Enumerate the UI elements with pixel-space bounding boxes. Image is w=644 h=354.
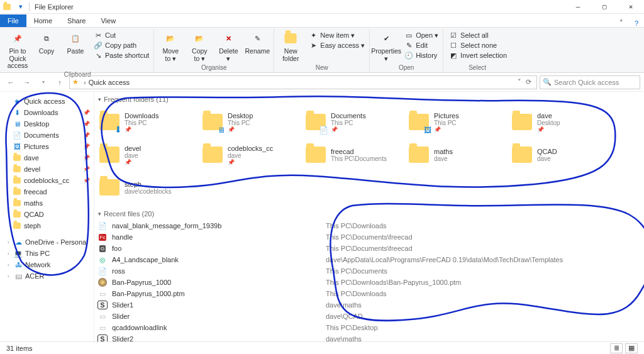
ribbon-collapse-button[interactable]: ˄	[614, 19, 629, 27]
folder-location: Desktop	[537, 119, 560, 126]
recent-file-row[interactable]: G foo This PC\Documents\freecad	[97, 243, 641, 254]
recent-file-row[interactable]: ▭ Ban-Papyrus_1000.ptm This PC\Downloads	[97, 288, 641, 299]
copy-to-button[interactable]: 📂Copy to ▾	[185, 29, 214, 64]
folder-card-pictures[interactable]: 🖼 Pictures This PC 📌	[406, 109, 507, 135]
delete-button[interactable]: ✕Delete ▾	[214, 29, 243, 64]
file-name: A4_Landscape_blank	[112, 256, 326, 263]
open-button[interactable]: ▭Open ▾	[402, 30, 441, 40]
sidebar-item-downloads[interactable]: ⬇Downloads📌	[1, 107, 92, 118]
folder-card-steph[interactable]: steph dave\codeblocks	[97, 175, 197, 200]
folder-icon	[13, 221, 21, 230]
edit-button[interactable]: ✎Edit	[402, 40, 441, 50]
icons-view-button[interactable]: ▦	[625, 343, 638, 353]
folder-card-downloads[interactable]: ⬇ Downloads This PC 📌	[97, 109, 197, 135]
file-tab[interactable]: File	[0, 14, 26, 27]
address-dropdown-button[interactable]: ˅	[518, 78, 521, 86]
recent-files-list: 📄 naval_blank_message_form_1939b This PC…	[97, 220, 641, 341]
sidebar-item-quick-access[interactable]: ★Quick access	[1, 96, 92, 107]
sidebar-item-this-pc[interactable]: ›💻This PC	[1, 248, 92, 259]
paste-button[interactable]: 📋 Paste	[61, 29, 90, 57]
copyto-icon: 📂	[191, 30, 208, 47]
selectall-icon: ☑	[449, 31, 458, 40]
sidebar-item-freecad[interactable]: freecad	[1, 186, 92, 197]
folder-card-dave[interactable]: dave Desktop 📌	[509, 109, 610, 135]
recent-file-row[interactable]: ◎ A4_Landscape_blank dave\AppData\Local\…	[97, 254, 641, 265]
recent-file-row[interactable]: 📄 naval_blank_message_form_1939b This PC…	[97, 220, 641, 231]
expand-icon[interactable]: ›	[8, 274, 13, 279]
back-button[interactable]: ←	[4, 75, 18, 89]
frequent-folders-header[interactable]: ▾ Frequent folders (11)	[97, 93, 641, 106]
sidebar-item-pictures[interactable]: 🖼Pictures📌	[1, 141, 92, 152]
details-view-button[interactable]: ≣	[610, 343, 623, 353]
address-bar[interactable]: ★ ›Quick access ˅ ⟳	[69, 75, 537, 89]
quickaccess-down-icon[interactable]: ▾	[16, 2, 26, 12]
easy-access-button[interactable]: ➤Easy access ▾	[306, 40, 367, 50]
recent-file-row[interactable]: S Slider2 dave\maths	[97, 333, 641, 341]
address-segment[interactable]: Quick access	[89, 79, 130, 86]
paste-shortcut-button[interactable]: ↘Paste shortcut	[91, 50, 152, 60]
expand-icon[interactable]: ›	[8, 262, 13, 268]
pinned-indicator: 📌	[83, 177, 90, 184]
window-close-button[interactable]: ✕	[618, 0, 644, 14]
share-tab[interactable]: Share	[60, 14, 93, 27]
forward-button[interactable]: →	[20, 75, 34, 89]
folder-icon	[13, 210, 21, 219]
sidebar-item-network[interactable]: ›🖧Network	[1, 259, 92, 270]
folder-card-maths[interactable]: maths dave	[406, 142, 507, 167]
pin-icon: 📌	[9, 30, 26, 47]
folder-card-devel[interactable]: devel dave 📌	[97, 142, 197, 167]
folder-icon	[511, 111, 533, 133]
sidebar-item-documents[interactable]: 📄Documents📌	[1, 130, 92, 141]
pin-to-quick-access-button[interactable]: 📌 Pin to Quick access	[3, 29, 32, 71]
help-button[interactable]: ?	[629, 19, 644, 27]
sidebar-item-label: freecad	[24, 188, 47, 196]
window-maximize-button[interactable]: ▢	[591, 0, 618, 14]
up-button[interactable]: ↑	[53, 75, 67, 89]
search-input[interactable]: 🔍 Search Quick access	[540, 75, 640, 89]
history-button[interactable]: 🕘History	[402, 50, 441, 60]
recent-locations-button[interactable]: ▾	[36, 75, 50, 89]
copy-path-button[interactable]: 🔗Copy path	[91, 40, 152, 50]
home-tab[interactable]: Home	[26, 14, 60, 27]
sidebar-item-desktop[interactable]: 🖥Desktop📌	[1, 118, 92, 130]
rename-button[interactable]: ✎Rename	[243, 29, 272, 57]
recent-file-row[interactable]: Fc handle This PC\Documents\freecad	[97, 231, 641, 243]
sidebar-item-maths[interactable]: maths	[1, 197, 92, 209]
window-minimize-button[interactable]: —	[565, 0, 591, 14]
view-tab[interactable]: View	[93, 14, 123, 27]
sidebar-item-acer[interactable]: ›🖴ACER	[1, 270, 92, 282]
folder-card-codeblocks-cc[interactable]: codeblocks_cc dave 📌	[200, 142, 301, 167]
select-all-button[interactable]: ☑Select all	[447, 30, 509, 40]
sidebar-item-dave[interactable]: dave📌	[1, 152, 92, 163]
folder-card-desktop[interactable]: 🖥 Desktop This PC 📌	[200, 109, 301, 135]
cut-button[interactable]: ✂Cut	[91, 30, 152, 40]
recent-file-row[interactable]: ▭ Slider dave\QCAD	[97, 311, 641, 322]
recent-file-row[interactable]: ▭ qcaddownloadlink This PC\Desktop	[97, 322, 641, 333]
refresh-button[interactable]: ⟳	[523, 78, 534, 86]
sidebar-item-onedrive-personal[interactable]: ›☁OneDrive - Personal	[1, 236, 92, 248]
sidebar-item-qcad[interactable]: QCAD	[1, 209, 92, 220]
properties-button[interactable]: ✔Properties ▾	[372, 29, 401, 64]
folder-card-freecad[interactable]: freecad This PC\Documents	[303, 142, 404, 167]
pin-label: Pin to Quick access	[4, 48, 31, 70]
expand-icon[interactable]: ›	[8, 251, 13, 257]
new-folder-button[interactable]: New folder	[276, 29, 305, 64]
sidebar-item-devel[interactable]: devel📌	[1, 163, 92, 175]
sidebar-item-steph[interactable]: steph	[1, 220, 92, 231]
folder-icon: ⬇	[98, 111, 121, 133]
recent-file-row[interactable]: Ban-Papyrus_1000 This PC\Downloads\Ban-P…	[97, 277, 641, 288]
chevron-right-icon[interactable]: ›	[84, 79, 86, 86]
folder-card-documents[interactable]: 📄 Documents This PC 📌	[303, 109, 404, 135]
expand-icon[interactable]: ›	[8, 240, 13, 245]
select-none-button[interactable]: ☐Select none	[447, 40, 509, 50]
folder-location: This PC	[434, 119, 459, 126]
copy-button[interactable]: ⧉ Copy	[32, 29, 61, 57]
folder-card-qcad[interactable]: QCAD dave	[509, 142, 610, 167]
move-to-button[interactable]: 📂Move to ▾	[156, 29, 185, 64]
new-item-button[interactable]: ✦New item ▾	[306, 30, 367, 40]
recent-file-row[interactable]: S Slider1 dave\maths	[97, 299, 641, 311]
sidebar-item-codeblocks-cc[interactable]: codeblocks_cc📌	[1, 175, 92, 186]
recent-files-header[interactable]: ▾ Recent files (20)	[97, 207, 641, 220]
recent-file-row[interactable]: 📄 ross This PC\Documents	[97, 265, 641, 277]
invert-selection-button[interactable]: ◩Invert selection	[447, 50, 509, 60]
